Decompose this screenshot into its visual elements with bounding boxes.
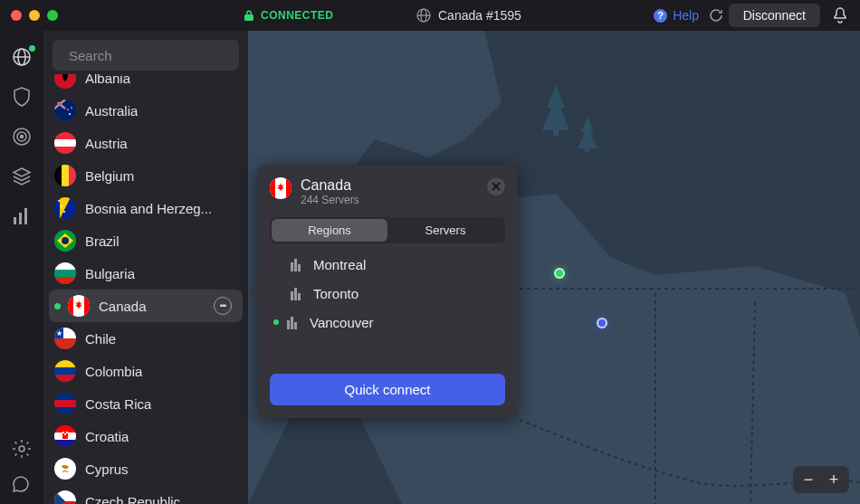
svg-rect-12 — [19, 213, 22, 224]
region-list: Montreal Toronto Vancouver — [270, 254, 505, 374]
svg-rect-50 — [54, 407, 76, 414]
country-item-bosnia[interactable]: Bosnia and Herzeg... — [43, 192, 248, 224]
flag-icon — [54, 458, 76, 480]
flag-icon — [54, 197, 76, 219]
svg-rect-51 — [54, 425, 76, 433]
nav-security[interactable] — [12, 87, 32, 107]
country-name: Costa Rica — [85, 396, 151, 412]
svg-rect-36 — [54, 270, 76, 277]
zoom-in-button[interactable]: + — [822, 470, 846, 490]
svg-rect-49 — [54, 400, 76, 407]
nav-support[interactable] — [12, 475, 32, 495]
svg-rect-26 — [54, 165, 62, 186]
gear-icon — [12, 439, 32, 459]
flag-icon — [54, 132, 76, 154]
country-item-cyprus[interactable]: Cyprus — [43, 452, 248, 485]
region-item[interactable]: Toronto — [270, 283, 505, 303]
tab-regions[interactable]: Regions — [272, 219, 387, 242]
svg-rect-39 — [68, 295, 73, 317]
help-label: Help — [673, 8, 699, 23]
region-item[interactable]: Montreal — [270, 254, 505, 274]
country-item-belgium[interactable]: Belgium — [43, 159, 248, 192]
close-popover-button[interactable] — [487, 177, 505, 195]
svg-point-31 — [61, 205, 62, 207]
svg-rect-35 — [54, 262, 76, 270]
flag-icon — [54, 165, 76, 186]
svg-rect-37 — [54, 277, 76, 284]
popover-subtitle: 244 Servers — [301, 194, 359, 206]
window-controls — [11, 10, 58, 21]
zoom-out-button[interactable]: − — [797, 470, 820, 490]
svg-rect-77 — [294, 322, 297, 329]
nav-rail — [0, 31, 43, 504]
region-item[interactable]: Vancouver — [270, 312, 505, 332]
country-item-canada[interactable]: Canada ••• — [49, 290, 243, 322]
country-item-bulgaria[interactable]: Bulgaria — [43, 257, 248, 290]
svg-rect-76 — [291, 317, 293, 329]
popover-header: Canada 244 Servers — [270, 177, 505, 206]
country-item-brazil[interactable]: Brazil — [43, 224, 248, 257]
country-name: Colombia — [85, 364, 142, 379]
region-name: Toronto — [313, 286, 358, 301]
country-name: Bulgaria — [85, 266, 135, 281]
svg-rect-66 — [286, 177, 291, 199]
map-pin-other[interactable] — [597, 318, 607, 328]
search-box[interactable] — [53, 40, 239, 71]
svg-point-21 — [71, 107, 72, 109]
notifications-button[interactable] — [833, 7, 847, 24]
flag-icon — [270, 177, 291, 199]
country-item-albania[interactable]: Albania — [43, 74, 248, 94]
city-icon — [288, 285, 304, 301]
nav-speed[interactable] — [12, 127, 32, 147]
flag-icon — [54, 393, 76, 414]
svg-point-34 — [62, 237, 69, 244]
server-name: Canada #1595 — [438, 8, 521, 23]
country-item-australia[interactable]: Australia — [43, 94, 248, 127]
svg-rect-72 — [291, 291, 293, 300]
svg-point-22 — [67, 109, 69, 110]
svg-rect-23 — [54, 132, 76, 139]
svg-rect-75 — [287, 320, 290, 329]
quick-connect-button[interactable]: Quick connect — [270, 374, 505, 405]
map-pin-vancouver[interactable] — [554, 268, 565, 279]
refresh-icon — [708, 7, 724, 24]
flag-icon — [54, 425, 76, 447]
country-list[interactable]: Albania Australia Austria Belgium Bosnia… — [43, 74, 248, 504]
svg-rect-24 — [54, 139, 76, 147]
globe-icon — [12, 47, 32, 67]
svg-rect-46 — [54, 367, 76, 375]
close-window-button[interactable] — [11, 10, 22, 21]
more-button[interactable]: ••• — [214, 297, 232, 315]
help-icon: ? — [654, 9, 667, 23]
shield-icon — [13, 87, 31, 107]
country-name: Canada — [99, 299, 147, 314]
refresh-button[interactable] — [708, 7, 724, 24]
disconnect-button[interactable]: Disconnect — [729, 4, 820, 27]
search-input[interactable] — [69, 48, 241, 63]
country-item-colombia[interactable]: Colombia — [43, 355, 248, 387]
lock-icon — [244, 10, 253, 21]
country-name: Chile — [85, 331, 116, 347]
svg-point-20 — [69, 113, 71, 115]
tab-servers[interactable]: Servers — [387, 219, 503, 242]
svg-rect-45 — [54, 360, 76, 367]
nav-mesh[interactable] — [12, 166, 32, 186]
country-item-austria[interactable]: Austria — [43, 127, 248, 159]
nav-stats[interactable] — [12, 206, 32, 226]
nav-browse[interactable] — [12, 47, 32, 67]
help-link[interactable]: ? Help — [654, 8, 699, 23]
current-server: Canada #1595 — [416, 8, 521, 23]
country-item-czech[interactable]: Czech Republic — [43, 485, 248, 504]
country-item-costarica[interactable]: Costa Rica — [43, 387, 248, 420]
svg-rect-57 — [64, 433, 66, 435]
nav-settings[interactable] — [12, 439, 32, 459]
flag-icon — [54, 490, 76, 504]
country-item-chile[interactable]: ★ Chile — [43, 322, 248, 355]
maximize-window-button[interactable] — [47, 10, 58, 21]
minimize-window-button[interactable] — [29, 10, 40, 21]
globe-icon — [416, 8, 431, 23]
svg-rect-70 — [294, 259, 297, 271]
zoom-controls: − + — [793, 466, 849, 493]
status-text: CONNECTED — [261, 9, 334, 22]
country-item-croatia[interactable]: Croatia — [43, 420, 248, 452]
